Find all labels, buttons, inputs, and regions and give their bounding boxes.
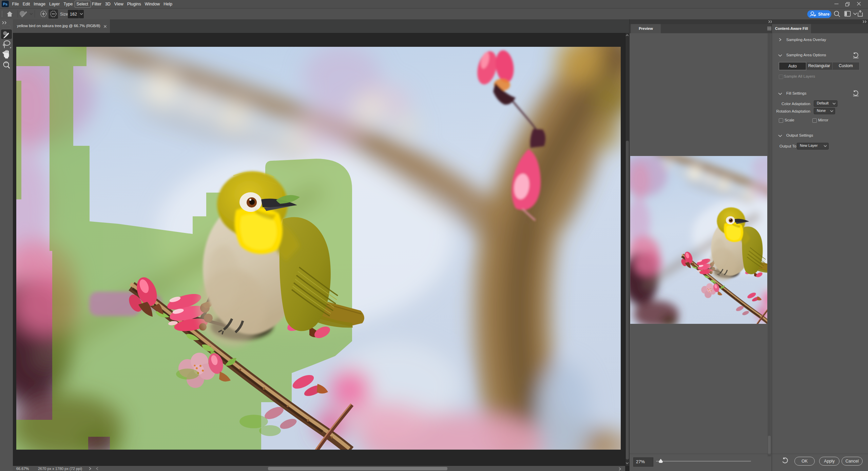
svg-text:162: 162 xyxy=(70,12,77,17)
svg-text:Size: Size xyxy=(60,12,68,17)
svg-text:Ps: Ps xyxy=(3,2,7,6)
svg-text:Share: Share xyxy=(818,12,830,17)
